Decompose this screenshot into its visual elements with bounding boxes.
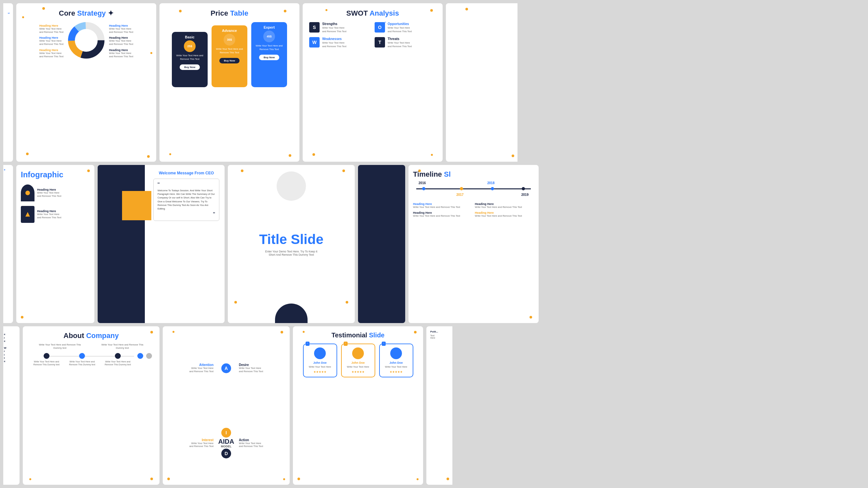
partial-text-3: ereWrite [4,333,6,363]
title-dot-4 [346,301,348,303]
swot-weaknesses: W Weaknesses Write Your Text Hereand Rem… [309,37,371,48]
donut-left-items: Heading Here Write Your Text Hereand Rem… [39,24,63,58]
about-node-3: Write Your Text Here and Remove This Dum… [101,353,134,366]
test-avatar-2 [352,348,364,359]
aida-dot-3 [167,478,170,480]
core-item-1: Heading Here Write Your Text Hereand Rem… [39,24,63,34]
tl-entry-3-heading: Heading Here [413,211,472,215]
aida-grid: Attention Write Your Text Hereand Remove… [168,331,284,480]
tl-node-2 [460,187,463,190]
swot-title: SWOT Analysis [309,9,436,18]
about-circle-5 [146,353,152,359]
about-node-1: Write Your Text Here and Remove This Dum… [30,353,63,366]
ceo-quote-text: Welcome To Todays Session. And Write You… [157,189,215,211]
swot-dot-3 [312,153,315,156]
expert-text: Write Your Text Here and Remove This Tex… [254,44,284,51]
about-circle-2 [79,353,85,359]
ceo-yellow-box [122,191,151,220]
core-item-4: Heading Here Write Your Text Hereand Rem… [109,24,133,34]
basic-text: Write Your Text Here and Remove This Tex… [175,54,205,61]
inf-heading-2: Heading Here [37,209,61,213]
timeline-entries: Heading Here Write Your Text Here and Re… [413,202,534,218]
swot-dot-2 [430,9,433,12]
title-bg-circle [277,171,306,201]
aida-center-area: I AIDA MODEL D [218,428,234,458]
tl-year-2018: 2018 [487,181,494,185]
slide-title-slide: Title Slide Enter Your Demo Text Here. T… [228,165,355,323]
basic-buy-btn[interactable]: Buy Now [180,64,200,70]
test-text-3: Write Your Text Here [382,365,410,368]
testimonial-title: Testimonial Slide [299,331,417,339]
pr3-dot-1 [446,478,449,480]
core-item-2: Heading Here Write Your Text Hereand Rem… [39,36,63,46]
tl-entry-2-heading: Heading Here [475,202,534,206]
tl-entry-3-text: Write Your Text Here and Remove This Tex… [413,215,472,218]
tl-entry-4-heading: Heading Here [475,211,534,215]
row-3: ereWrite About Company Write Your Text H… [3,326,865,485]
core-item-2-title: Heading Here [39,36,63,39]
advance-buy-btn[interactable]: Buy Now [219,58,240,63]
test-avatar-3 [390,348,402,359]
price-dot-4 [289,154,291,157]
test-quote-3: " [382,341,386,346]
partial-left-2: e [3,165,13,323]
row-2: e Infographic Heading Here Write Your Te… [3,165,865,323]
price-dot-1 [179,10,182,12]
test-name-2: John Doe [344,361,372,364]
aida-attention-label: Attention [168,363,214,367]
about-dot-3 [150,478,153,480]
partial-r3-text: Polit... [430,330,448,333]
core-item-6-text: Write Your Text Hereand Remove This Text [109,52,133,58]
slide-timeline: Timeline Sl 2016 2017 2018 2019 Heading … [408,165,539,323]
about-circle-1 [43,353,50,359]
tl-dot-2 [529,316,532,319]
price-cards-container: Basic 25$ Write Your Text Here and Remov… [166,22,293,87]
tl-year-2017: 2017 [456,193,463,196]
swot-strengths: S Strengths Write Your Text Hereand Remo… [309,22,371,33]
ceo-quote-box: " Welcome To Todays Session. And Write Y… [153,178,219,221]
core-item-1-title: Heading Here [39,24,63,27]
test-stars-1: ★★★★★ [306,370,334,373]
swot-o-text: Write Your Text Hereand Remove This Text [388,26,412,33]
donut-right-items: Heading Here Write Your Text Hereand Rem… [109,24,133,58]
aida-desire-label: Desire [239,363,284,367]
tl-entry-4-text: Write Your Text Here and Remove This Tex… [475,215,534,218]
about-node-2-text: Write Your Text Here and Remove This Dum… [66,360,98,366]
about-text-row: Write Your Text Here and Remove This Dum… [29,343,154,350]
title-dot-2 [342,169,345,172]
core-item-3-text: Write Your Text Hereand Remove This Text [39,52,63,58]
aida-interest-text: Write Your Text Hereand Remove This Text [168,442,214,448]
expert-buy-btn[interactable]: Buy Now [259,55,279,60]
quote-open: " [157,182,215,187]
inf-dot-2 [21,316,24,319]
aida-attention-text: Write Your Text Hereand Remove This Text [168,367,214,373]
about-circle-3 [115,353,121,359]
dot-1 [42,7,45,10]
expert-name: Expert [254,25,284,29]
about-text-2: Write Your Text Here and Remove This Dum… [101,343,144,350]
ceo-dark-panel [98,165,145,323]
donut-chart [67,21,106,61]
test-quote-2: " [344,341,348,346]
core-item-3-title: Heading Here [39,48,63,52]
inf-item-1: Heading Here Write Your Text Hereand Rem… [21,185,90,201]
swot-o-icon: O+ [375,22,385,33]
inf-dot-1 [87,169,90,172]
tl-entry-1-heading: Heading Here [413,202,472,206]
inf-icon-1 [21,185,34,201]
aida-action-text: Write Your Text Hereand Remove This Text [239,442,284,448]
swot-w-label: Weaknesses [322,37,346,41]
aida-a-circle: A [221,363,231,373]
tl-node-4 [522,187,525,190]
title-slide-main: Title Slide [259,232,323,247]
infographic-title: Infographic [21,170,90,179]
pr-dot-1 [465,8,468,10]
dot-3 [26,153,29,155]
dot-5 [150,52,152,54]
swot-opportunities: O+ Opportunities Write Your Text Hereand… [375,22,436,33]
test-name-1: John Doe [306,361,334,364]
advance-text: Write Your Text Here and Remove This Tex… [214,47,245,54]
pr-dot-2 [512,155,514,157]
core-item-2-text: Write Your Text Hereand Remove This Text [39,39,63,46]
aida-d-circle: D [221,449,231,458]
